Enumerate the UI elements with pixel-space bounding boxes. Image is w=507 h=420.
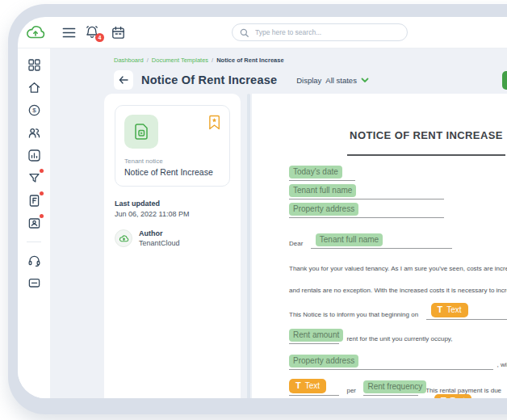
- display-filter[interactable]: Display All states: [296, 76, 369, 85]
- per-frequency-row: TText per Rent frequency . This rental p…: [289, 381, 507, 396]
- alert-dot: [40, 169, 44, 173]
- breadcrumb-document-templates[interactable]: Document Templates: [152, 57, 208, 64]
- field-line-tenant-full-name: Tenant full name: [289, 187, 444, 200]
- calendar-button[interactable]: [111, 26, 125, 40]
- back-button[interactable]: [114, 70, 133, 90]
- sidebar-item-feedback[interactable]: [27, 276, 41, 290]
- bookmark-button[interactable]: [208, 115, 220, 130]
- paragraph-4: rent for the unit you currently occupy,: [346, 335, 452, 342]
- sidebar-item-rentals[interactable]: [27, 81, 41, 94]
- text-field-chip[interactable]: TText: [289, 379, 326, 393]
- field-line-property-address-2: Property address: [289, 358, 493, 370]
- primary-action-button-cutoff[interactable]: [502, 71, 507, 90]
- document-heading: NOTICE OF RENT INCREASE: [289, 129, 507, 141]
- calendar-icon: [111, 26, 125, 40]
- notifications-button[interactable]: 4: [85, 25, 99, 40]
- search-input[interactable]: [254, 27, 400, 37]
- field-chip-todays-date[interactable]: Today's date: [289, 166, 342, 179]
- field-chip-tenant-full-name[interactable]: Tenant full name: [316, 233, 383, 247]
- field-line-dear-name: Tenant full name: [311, 237, 452, 249]
- text-field-chip-cutoff[interactable]: TText: [434, 394, 471, 398]
- id-screen-icon: [27, 216, 41, 230]
- author-block: Author TenantCloud: [115, 229, 230, 247]
- chevron-down-icon: [361, 78, 369, 83]
- dear-label: Dear: [289, 240, 303, 247]
- template-title: Notice of Rent Increase: [124, 167, 220, 177]
- last-updated-block: Last updated Jun 06, 2022 11:08 PM: [115, 200, 230, 218]
- sidebar-item-support[interactable]: [27, 254, 41, 267]
- funnel-icon: [27, 171, 41, 185]
- paragraph-2: and rentals are no exception. With the i…: [289, 287, 507, 294]
- text-icon: T: [438, 304, 443, 314]
- template-category: Tenant notice: [124, 158, 220, 165]
- search-icon: [240, 28, 249, 37]
- paragraph-5: , will: [497, 361, 507, 368]
- global-search[interactable]: [232, 23, 408, 41]
- field-group-top: Today's date Tenant full name Property a…: [289, 169, 507, 218]
- alert-dot: [40, 191, 44, 195]
- author-label: Author: [139, 229, 180, 237]
- document-template-icon: [132, 122, 151, 141]
- paragraph-6: . This rental payment is due: [422, 387, 501, 394]
- sidebar-item-accounting[interactable]: $: [27, 103, 41, 117]
- page-scrollbar[interactable]: [247, 94, 250, 398]
- sidebar-item-reports[interactable]: [27, 149, 41, 162]
- page-title: Notice Of Rent Increase: [141, 74, 277, 86]
- display-value: All states: [325, 76, 357, 85]
- author-name: TenantCloud: [139, 239, 180, 247]
- field-chip-tenant-full-name[interactable]: Tenant full name: [289, 184, 356, 198]
- sidebar-item-applications[interactable]: [27, 216, 41, 230]
- per-label: per: [346, 387, 356, 394]
- sidebar-item-documents[interactable]: [27, 194, 41, 208]
- field-chip-rent-amount[interactable]: Rent amount: [289, 329, 343, 342]
- document-preview-page: NOTICE OF RENT INCREASE Today's date Ten…: [252, 94, 507, 398]
- dashboard-icon: [27, 58, 41, 72]
- people-icon: [27, 126, 41, 140]
- breadcrumb-current: Notice of Rent Increase: [216, 57, 283, 64]
- field-line-rent-frequency: Rent frequency: [363, 384, 418, 396]
- home-icon: [27, 81, 41, 94]
- heading-underline: [347, 154, 505, 156]
- field-chip-rent-frequency[interactable]: Rent frequency: [363, 380, 426, 394]
- field-line-amount-text: TText: [289, 384, 339, 396]
- svg-text:$: $: [32, 107, 36, 114]
- field-chip-property-address[interactable]: Property address: [289, 355, 358, 368]
- breadcrumb-separator: /: [212, 57, 213, 64]
- template-card[interactable]: Tenant notice Notice of Rent Increase: [115, 105, 230, 187]
- breadcrumb: Dashboard / Document Templates / Notice …: [114, 57, 284, 64]
- text-field-chip[interactable]: TText: [431, 303, 468, 317]
- field-chip-property-address[interactable]: Property address: [289, 203, 358, 216]
- last-updated-value: Jun 06, 2022 11:08 PM: [115, 210, 230, 218]
- hamburger-menu-button[interactable]: [62, 27, 76, 38]
- app-window: 4: [18, 17, 507, 398]
- sidebar-item-dashboard[interactable]: [27, 58, 41, 72]
- breadcrumb-dashboard[interactable]: Dashboard: [114, 57, 144, 64]
- rent-amount-row: Rent amount rent for the unit you curren…: [289, 330, 507, 344]
- breadcrumb-separator: /: [147, 57, 149, 64]
- hamburger-icon: [62, 27, 76, 38]
- screenshot-stage: 4: [0, 0, 507, 420]
- tenantcloud-logo[interactable]: [18, 25, 53, 40]
- paragraph-1: Thank you for your valued tenancy. As I …: [289, 265, 507, 272]
- app-body: $: [18, 48, 507, 398]
- alert-dot: [40, 214, 44, 218]
- document-content: NOTICE OF RENT INCREASE Today's date Ten…: [252, 94, 507, 398]
- template-icon-tile: [124, 115, 158, 149]
- top-bar: 4: [18, 17, 507, 48]
- rail-divider: [27, 242, 41, 242]
- display-label: Display: [296, 76, 321, 85]
- bookmark-star-icon: [208, 115, 220, 130]
- field-line-todays-date: Today's date: [289, 169, 355, 181]
- main-area: Dashboard / Document Templates / Notice …: [51, 48, 507, 398]
- cloud-avatar-icon: [119, 235, 129, 242]
- template-info-panel: Tenant notice Notice of Rent Increase La…: [104, 94, 241, 398]
- back-arrow-icon: [119, 76, 128, 84]
- sidebar-item-equipment[interactable]: [27, 171, 41, 185]
- dollar-circle-icon: $: [27, 103, 41, 117]
- bar-chart-icon: [27, 149, 41, 162]
- notification-badge: 4: [95, 33, 104, 42]
- paragraph-3: This Notice is to inform you that beginn…: [289, 311, 418, 318]
- window-frame: 4: [8, 4, 507, 414]
- field-line-begin-date: TText: [426, 308, 507, 320]
- sidebar-item-contacts[interactable]: [27, 126, 41, 140]
